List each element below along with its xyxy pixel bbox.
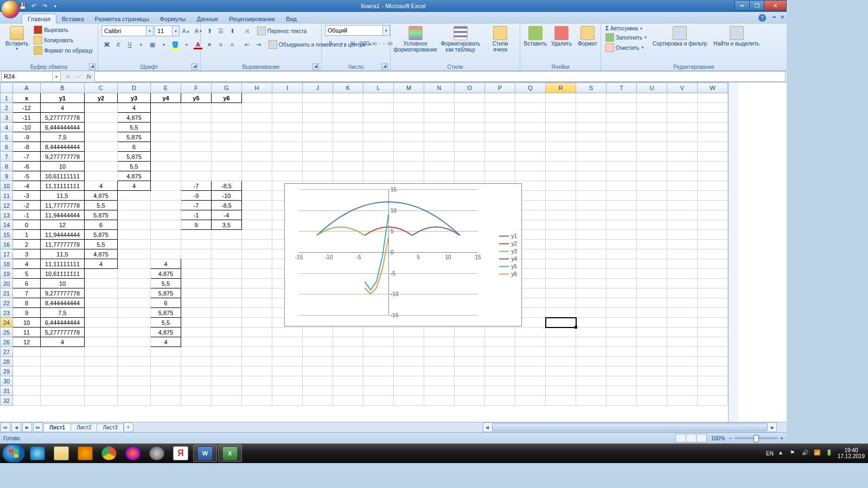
cell-G25[interactable] xyxy=(212,328,242,337)
cell-B11[interactable]: 11,5 xyxy=(41,191,85,201)
cell-B28[interactable] xyxy=(41,357,85,367)
cell-R22[interactable] xyxy=(546,298,576,308)
cell-U5[interactable] xyxy=(637,132,667,142)
cell-A14[interactable]: 0 xyxy=(13,220,41,230)
tray-show-hidden-icon[interactable]: ▲ xyxy=(778,450,786,457)
cell-F12[interactable]: -7 xyxy=(181,201,212,210)
cell-F11[interactable]: -9 xyxy=(181,191,212,201)
cell-A11[interactable]: -3 xyxy=(13,191,41,201)
cell-R29[interactable] xyxy=(546,367,576,376)
cell-E14[interactable] xyxy=(151,220,181,230)
cell-B8[interactable]: 10 xyxy=(41,162,85,171)
number-dialog-launcher[interactable]: ◢ xyxy=(381,63,388,70)
cell-W19[interactable] xyxy=(698,269,728,279)
cell-C7[interactable] xyxy=(85,152,118,162)
cell-M8[interactable] xyxy=(394,162,424,171)
grow-font-button[interactable]: A▲ xyxy=(180,25,192,37)
row-header-20[interactable]: 20 xyxy=(1,279,13,288)
cell-R9[interactable] xyxy=(546,171,576,181)
cell-G1[interactable]: y6 xyxy=(212,93,242,103)
qat-save-icon[interactable]: 💾 xyxy=(18,2,27,10)
cell-I29[interactable] xyxy=(272,367,303,376)
cell-styles-button[interactable]: Стили ячеек xyxy=(484,25,516,54)
cell-C22[interactable] xyxy=(85,298,118,308)
window-minimize-button[interactable]: ━ xyxy=(735,0,750,11)
cell-W3[interactable] xyxy=(698,113,728,123)
col-header-O[interactable]: O xyxy=(455,83,485,93)
cell-E23[interactable]: 5,875 xyxy=(151,308,181,318)
cell-V1[interactable] xyxy=(667,93,698,103)
row-header-12[interactable]: 12 xyxy=(1,201,13,210)
cell-S3[interactable] xyxy=(576,113,607,123)
cell-P28[interactable] xyxy=(485,357,515,367)
cell-B18[interactable]: 11,11111111 xyxy=(41,259,85,269)
underline-button[interactable]: Ч xyxy=(124,38,136,50)
cell-V28[interactable] xyxy=(667,357,698,367)
ribbon-tab-Вид[interactable]: Вид xyxy=(280,14,302,24)
cell-G22[interactable] xyxy=(212,298,242,308)
cell-I32[interactable] xyxy=(272,396,303,406)
cell-Q2[interactable] xyxy=(515,103,546,113)
cell-W4[interactable] xyxy=(698,123,728,132)
cell-S14[interactable] xyxy=(576,220,607,230)
cell-S6[interactable] xyxy=(576,142,607,152)
cell-F18[interactable] xyxy=(181,259,212,269)
cell-E4[interactable] xyxy=(151,123,181,132)
cell-D11[interactable] xyxy=(118,191,151,201)
cell-J9[interactable] xyxy=(303,171,333,181)
cell-L7[interactable] xyxy=(363,152,394,162)
row-header-5[interactable]: 5 xyxy=(1,132,13,142)
taskbar-ie-icon[interactable] xyxy=(26,445,49,461)
cell-K26[interactable] xyxy=(333,337,363,347)
help-icon[interactable]: ? xyxy=(758,14,766,22)
increase-decimal-button[interactable]: ,00→ xyxy=(370,37,382,49)
row-header-8[interactable]: 8 xyxy=(1,162,13,171)
row-header-4[interactable]: 4 xyxy=(1,123,13,132)
cell-C30[interactable] xyxy=(85,376,118,386)
tray-flag-icon[interactable]: ⚑ xyxy=(790,450,797,457)
cell-G2[interactable] xyxy=(212,103,242,113)
cell-Q29[interactable] xyxy=(515,367,546,376)
align-top-button[interactable]: ⬆ xyxy=(203,25,215,37)
cell-B21[interactable]: 9,277777778 xyxy=(41,288,85,298)
cell-K9[interactable] xyxy=(333,171,363,181)
wrap-text-button[interactable]: Перенос текста xyxy=(256,26,308,36)
cell-T25[interactable] xyxy=(607,328,637,337)
cell-F1[interactable]: y5 xyxy=(181,93,212,103)
cell-N30[interactable] xyxy=(424,376,455,386)
cell-O30[interactable] xyxy=(455,376,485,386)
cell-H8[interactable] xyxy=(242,162,272,171)
copy-button[interactable]: Копировать xyxy=(33,35,94,45)
cell-R19[interactable] xyxy=(546,269,576,279)
cell-P29[interactable] xyxy=(485,367,515,376)
cell-R17[interactable] xyxy=(546,249,576,259)
cell-B24[interactable]: 6,444444444 xyxy=(41,318,85,328)
conditional-formatting-button[interactable]: Условное форматирование xyxy=(394,25,437,54)
cell-L9[interactable] xyxy=(363,171,394,181)
cell-J2[interactable] xyxy=(303,103,333,113)
cell-A20[interactable]: 6 xyxy=(13,279,41,288)
cell-V24[interactable] xyxy=(667,318,698,328)
cell-S22[interactable] xyxy=(576,298,607,308)
col-header-F[interactable]: F xyxy=(181,83,212,93)
cell-W16[interactable] xyxy=(698,240,728,249)
cell-T15[interactable] xyxy=(607,230,637,240)
cell-M5[interactable] xyxy=(394,132,424,142)
cell-M28[interactable] xyxy=(394,357,424,367)
cell-I3[interactable] xyxy=(272,113,303,123)
cell-D25[interactable] xyxy=(118,328,151,337)
cell-S9[interactable] xyxy=(576,171,607,181)
cell-H17[interactable] xyxy=(242,249,272,259)
col-header-G[interactable]: G xyxy=(212,83,242,93)
cell-T10[interactable] xyxy=(607,181,637,191)
cell-D20[interactable] xyxy=(118,279,151,288)
cell-K2[interactable] xyxy=(333,103,363,113)
cell-T7[interactable] xyxy=(607,152,637,162)
cell-S15[interactable] xyxy=(576,230,607,240)
cell-J7[interactable] xyxy=(303,152,333,162)
taskbar-firefox-icon[interactable] xyxy=(122,445,144,461)
cell-C23[interactable] xyxy=(85,308,118,318)
cell-N9[interactable] xyxy=(424,171,455,181)
cell-F25[interactable] xyxy=(181,328,212,337)
font-color-button[interactable]: A xyxy=(192,38,204,50)
